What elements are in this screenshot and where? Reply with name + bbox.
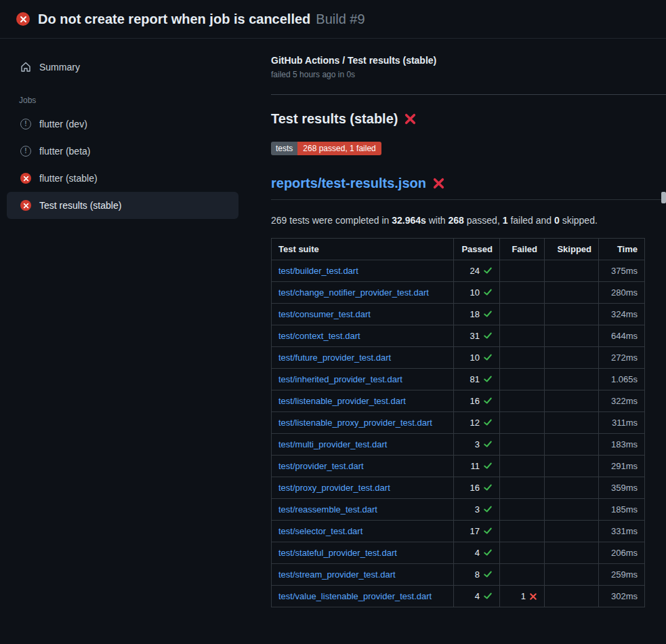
- passed-count: 81: [470, 374, 480, 384]
- x-circle-icon: [16, 12, 30, 26]
- test-suite-link[interactable]: test/stateful_provider_test.dart: [278, 548, 397, 558]
- table-row: test/multi_provider_test.dart3183ms: [272, 434, 645, 456]
- failed-cell: [500, 412, 545, 434]
- time-cell: 291ms: [599, 456, 645, 477]
- time-cell: 322ms: [599, 390, 645, 412]
- failed-cell: [500, 542, 545, 564]
- sidebar-item-test-results-stable[interactable]: Test results (stable): [7, 192, 238, 219]
- check-icon: [483, 287, 493, 297]
- suite-cell: test/listenable_proxy_provider_test.dart: [272, 412, 454, 434]
- build-number: Build #9: [316, 12, 365, 27]
- test-suite-link[interactable]: test/builder_test.dart: [278, 266, 358, 276]
- test-suite-link[interactable]: test/provider_test.dart: [278, 461, 364, 471]
- test-suite-link[interactable]: test/inherited_provider_test.dart: [278, 374, 402, 384]
- table-row: test/provider_test.dart11291ms: [272, 456, 645, 477]
- skipped-cell: [545, 477, 599, 499]
- sidebar-item-flutter-stable[interactable]: flutter (stable): [7, 165, 238, 192]
- report-link[interactable]: reports/test-results.json: [271, 176, 426, 191]
- passed-cell: 4: [454, 586, 500, 607]
- column-header: Passed: [454, 239, 500, 260]
- suite-cell: test/provider_test.dart: [272, 456, 454, 477]
- test-suite-link[interactable]: test/multi_provider_test.dart: [278, 439, 387, 449]
- cross-mark-icon: [433, 178, 444, 189]
- table-row: test/reassemble_test.dart3185ms: [272, 499, 645, 521]
- badge-label: tests: [271, 142, 297, 155]
- sidebar-summary-label: Summary: [39, 62, 80, 73]
- column-header: Failed: [500, 239, 545, 260]
- passed-cell: 24: [454, 260, 500, 282]
- check-icon: [483, 483, 493, 492]
- sidebar-item-flutter-beta[interactable]: !flutter (beta): [7, 138, 238, 165]
- passed-count: 24: [470, 266, 480, 276]
- breadcrumb: GitHub Actions / Test results (stable): [271, 55, 645, 66]
- check-icon: [483, 374, 493, 384]
- passed-count: 17: [470, 526, 480, 536]
- summary-skipped-count: 0: [554, 215, 560, 226]
- skipped-cell: [545, 282, 599, 304]
- passed-cell: 12: [454, 412, 500, 434]
- check-icon: [483, 396, 493, 405]
- test-suite-link[interactable]: test/change_notifier_provider_test.dart: [278, 287, 429, 298]
- sidebar-item-summary[interactable]: Summary: [7, 54, 238, 81]
- sidebar-item-flutter-dev[interactable]: !flutter (dev): [7, 110, 238, 138]
- check-icon: [483, 418, 493, 427]
- check-icon: [483, 591, 493, 601]
- failed-cell: [500, 456, 545, 477]
- badge-value: 268 passed, 1 failed: [297, 142, 381, 155]
- table-row: test/future_provider_test.dart10272ms: [272, 347, 645, 369]
- test-suite-link[interactable]: test/context_test.dart: [278, 331, 360, 341]
- test-suite-link[interactable]: test/stream_provider_test.dart: [278, 569, 396, 580]
- alert-circle-icon: !: [20, 119, 31, 129]
- failed-cell: [500, 304, 545, 325]
- check-icon: [483, 439, 493, 449]
- test-suite-link[interactable]: test/future_provider_test.dart: [278, 353, 391, 363]
- check-section-title: Test results (stable): [271, 111, 398, 127]
- passed-count: 3: [475, 504, 480, 515]
- time-cell: 259ms: [599, 564, 645, 586]
- check-icon: [483, 353, 493, 362]
- divider: [271, 94, 666, 95]
- jobs-list: !flutter (dev)!flutter (beta)flutter (st…: [0, 110, 257, 219]
- table-row: test/consumer_test.dart18324ms: [272, 304, 645, 325]
- test-suite-link[interactable]: test/consumer_test.dart: [278, 309, 371, 319]
- passed-cell: 10: [454, 347, 500, 369]
- time-cell: 375ms: [599, 260, 645, 282]
- test-suite-link[interactable]: test/reassemble_test.dart: [278, 504, 377, 515]
- failed-cell: [500, 325, 545, 347]
- passed-count: 12: [470, 418, 480, 428]
- table-row: test/stream_provider_test.dart8259ms: [272, 564, 645, 586]
- suite-cell: test/listenable_provider_test.dart: [272, 390, 454, 412]
- time-cell: 302ms: [599, 586, 645, 607]
- failed-count: 1: [521, 591, 526, 601]
- check-run-header: Do not create report when job is cancell…: [0, 0, 666, 39]
- failed-cell: [500, 434, 545, 456]
- suite-cell: test/future_provider_test.dart: [272, 347, 454, 369]
- status-line: failed 5 hours ago in 0s: [271, 70, 645, 79]
- table-row: test/selector_test.dart17331ms: [272, 521, 645, 542]
- test-suite-link[interactable]: test/listenable_provider_test.dart: [278, 396, 406, 406]
- passed-cell: 31: [454, 325, 500, 347]
- time-cell: 206ms: [599, 542, 645, 564]
- failed-cell: [500, 521, 545, 542]
- passed-count: 18: [470, 309, 480, 319]
- test-results-table: Test suitePassedFailedSkippedTime test/b…: [271, 238, 645, 607]
- test-suite-link[interactable]: test/value_listenable_provider_test.dart: [278, 591, 432, 601]
- table-row: test/inherited_provider_test.dart811.065…: [272, 369, 645, 390]
- table-row: test/change_notifier_provider_test.dart1…: [272, 282, 645, 304]
- skipped-cell: [545, 564, 599, 586]
- column-header: Skipped: [545, 239, 599, 260]
- test-suite-link[interactable]: test/listenable_proxy_provider_test.dart: [278, 418, 432, 428]
- passed-cell: 18: [454, 304, 500, 325]
- suite-cell: test/context_test.dart: [272, 325, 454, 347]
- test-suite-link[interactable]: test/proxy_provider_test.dart: [278, 483, 390, 493]
- table-row: test/listenable_proxy_provider_test.dart…: [272, 412, 645, 434]
- test-suite-link[interactable]: test/selector_test.dart: [278, 526, 362, 536]
- table-row: test/value_listenable_provider_test.dart…: [272, 586, 645, 607]
- scrollbar-thumb[interactable]: [661, 192, 666, 203]
- passed-cell: 81: [454, 369, 500, 390]
- tests-badge: tests268 passed, 1 failed: [271, 142, 381, 155]
- suite-cell: test/consumer_test.dart: [272, 304, 454, 325]
- table-row: test/context_test.dart31644ms: [272, 325, 645, 347]
- check-icon: [483, 309, 493, 319]
- summary-passed-count: 268: [449, 215, 464, 226]
